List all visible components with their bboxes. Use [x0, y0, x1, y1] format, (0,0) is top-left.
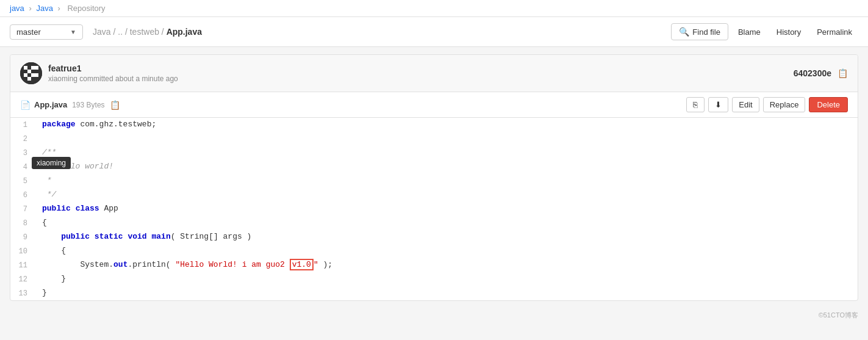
copy-raw-button[interactable]: ⎘ [686, 97, 705, 112]
copy-hash-button[interactable]: 📋 [838, 68, 848, 78]
commit-hash: 6402300e [794, 68, 831, 78]
path-sep2: / [125, 27, 130, 37]
commit-bar: featrue1 xiaoming committed about a minu… [10, 55, 858, 92]
line-num-5: 5 [10, 174, 37, 188]
line-num-10: 10 [10, 244, 37, 258]
svg-rect-4 [24, 73, 27, 77]
breadcrumb: java › Java › Repository [0, 0, 868, 17]
toolbar: master ▼ Java / .. / testweb / App.java … [0, 17, 868, 47]
footer-watermark: ©51CTO博客 [0, 308, 868, 322]
file-name: App.java [34, 100, 67, 109]
find-file-button[interactable]: 🔍 Find file [671, 23, 728, 40]
line-num-7: 7 [10, 202, 37, 216]
svg-rect-1 [24, 66, 27, 70]
line-num-1: 1 [10, 118, 37, 132]
svg-rect-7 [35, 73, 38, 77]
code-line-1: 1 package com.ghz.testweb; [10, 118, 858, 132]
line-content-13: } [37, 286, 858, 300]
line-content-8: { [37, 216, 858, 230]
path-sep3: / [162, 27, 167, 37]
replace-button[interactable]: Replace [763, 97, 806, 112]
line-content-10: { [37, 244, 858, 258]
breadcrumb-sep1: › [29, 4, 34, 13]
copy-file-icon[interactable]: 📋 [110, 100, 120, 110]
svg-rect-8 [27, 77, 31, 81]
avatar [20, 62, 42, 84]
commit-author: featrue1 [48, 63, 794, 73]
line-num-13: 13 [10, 286, 37, 300]
blame-button[interactable]: Blame [732, 24, 767, 40]
svg-rect-5 [31, 73, 35, 77]
line-num-4: 4 [10, 160, 37, 174]
file-size: 193 Bytes [72, 101, 104, 109]
line-num-12: 12 [10, 272, 37, 286]
code-line-2: 2 [10, 132, 858, 146]
code-line-10: 10 { [10, 244, 858, 258]
code-line-5: 5 * [10, 174, 858, 188]
download-button[interactable]: ⬇ [708, 97, 728, 112]
line-content-1: package com.ghz.testweb; [37, 118, 858, 131]
line-content-12: } [37, 272, 858, 286]
line-content-5: * [37, 174, 858, 187]
code-line-8: 8 { [10, 216, 858, 230]
svg-rect-3 [27, 70, 31, 73]
code-line-7: 7 public class App [10, 202, 858, 216]
svg-rect-2 [31, 66, 35, 70]
file-path: Java / .. / testweb / App.java [93, 27, 666, 37]
avatar-pattern [20, 62, 42, 84]
breadcrumb-repository: Repository [67, 4, 105, 13]
history-button[interactable]: History [770, 24, 807, 40]
line-content-11: System.out.println( "Hello World! i am g… [37, 258, 858, 272]
svg-rect-6 [35, 66, 38, 70]
code-line-13: 13 } [10, 286, 858, 300]
line-num-2: 2 [10, 132, 37, 146]
breadcrumb-sep2: › [58, 4, 63, 13]
code-line-12: 12 } [10, 272, 858, 286]
code-line-6: 6 */ [10, 188, 858, 202]
code-line-11: 11 System.out.println( "Hello World! i a… [10, 258, 858, 272]
path-java: Java [93, 27, 111, 37]
file-icon: 📄 [20, 100, 30, 110]
code-line-4: 4 * Hello world! [10, 160, 858, 174]
line-content-3: /** [37, 146, 858, 159]
line-num-8: 8 [10, 216, 37, 230]
code-line-3: 3 /** [10, 146, 858, 160]
path-dotdot: .. [118, 27, 123, 37]
content-area: featrue1 xiaoming committed about a minu… [10, 54, 858, 301]
line-content-7: public class App [37, 202, 858, 215]
line-content-6: */ [37, 188, 858, 201]
line-content-2 [37, 132, 858, 145]
edit-button[interactable]: Edit [732, 97, 759, 112]
branch-name: master [16, 27, 41, 37]
file-actions: ⎘ ⬇ Edit Replace Delete [686, 97, 848, 112]
path-testweb: testweb [130, 27, 159, 37]
commit-description: xiaoming committed about a minute ago [48, 74, 794, 83]
code-area: 1 package com.ghz.testweb; 2 3 /** 4 * H… [10, 118, 858, 300]
line-content-9: public static void main( String[] args ) [37, 230, 858, 244]
file-header: 📄 App.java 193 Bytes 📋 ⎘ ⬇ Edit Replace … [10, 92, 858, 118]
toolbar-right: 🔍 Find file Blame History Permalink [671, 23, 858, 40]
line-num-9: 9 [10, 230, 37, 244]
code-line-9: 9 public static void main( String[] args… [10, 230, 858, 244]
commit-info: featrue1 xiaoming committed about a minu… [48, 63, 794, 83]
line-num-3: 3 [10, 146, 37, 160]
branch-selector[interactable]: master ▼ [10, 24, 83, 40]
line-content-4: * Hello world! [37, 160, 858, 173]
line-num-6: 6 [10, 188, 37, 202]
search-icon: 🔍 [679, 27, 689, 37]
find-file-label: Find file [692, 27, 720, 37]
line-num-11: 11 [10, 258, 37, 272]
path-filename: App.java [167, 27, 202, 37]
commit-desc-text: xiaoming committed about a minute ago [48, 74, 178, 83]
chevron-down-icon: ▼ [70, 29, 76, 35]
delete-button[interactable]: Delete [809, 97, 848, 112]
breadcrumb-Java[interactable]: Java [36, 4, 52, 13]
permalink-button[interactable]: Permalink [811, 24, 858, 40]
breadcrumb-java[interactable]: java [10, 4, 24, 13]
